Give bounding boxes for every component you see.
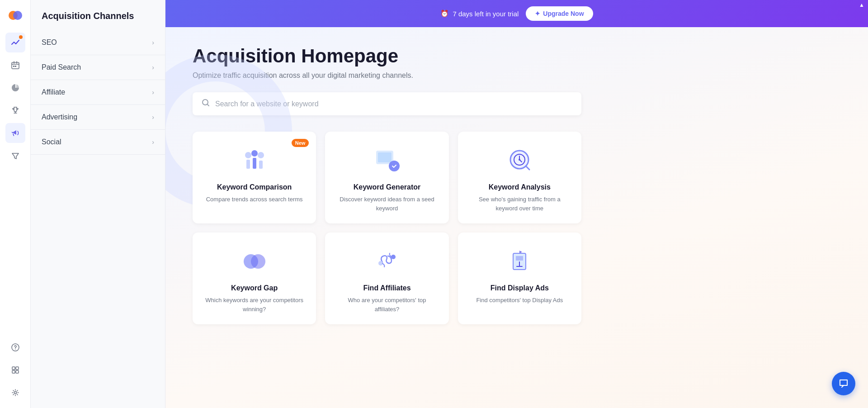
find-affiliates-title: Find Affiliates xyxy=(363,284,410,292)
calendar-nav-icon[interactable] xyxy=(5,55,25,75)
analytics-nav-icon[interactable] xyxy=(5,33,25,52)
svg-point-14 xyxy=(251,150,258,157)
keyword-gap-icon xyxy=(238,245,271,278)
sidebar-item-affiliate-label: Affiliate xyxy=(42,88,65,96)
page-title: Acquisition Homepage xyxy=(193,45,841,67)
seo-chevron-icon: › xyxy=(152,39,154,46)
svg-point-24 xyxy=(519,159,520,161)
page-body: Acquisition Homepage Optimize traffic ac… xyxy=(165,27,868,408)
keyword-generator-title: Keyword Generator xyxy=(354,183,420,191)
chat-button[interactable] xyxy=(832,372,855,395)
svg-point-6 xyxy=(15,349,16,350)
sidebar-item-advertising[interactable]: Advertising › xyxy=(31,105,165,130)
search-input[interactable] xyxy=(215,100,572,108)
keyword-gap-title: Keyword Gap xyxy=(231,284,278,292)
sidebar-item-seo[interactable]: SEO › xyxy=(31,30,165,55)
pie-chart-nav-icon[interactable] xyxy=(5,78,25,98)
svg-rect-20 xyxy=(378,152,392,162)
clock-icon: ⏰ xyxy=(440,9,449,18)
trophy-nav-icon[interactable] xyxy=(5,100,25,120)
upgrade-sparkle-icon: ✦ xyxy=(535,10,540,17)
svg-point-1 xyxy=(13,11,22,20)
svg-rect-3 xyxy=(13,66,14,67)
paid-search-chevron-icon: › xyxy=(152,64,154,71)
find-affiliates-card[interactable]: Find Affiliates Who are your competitors… xyxy=(325,232,448,324)
trial-text: ⏰ 7 days left in your trial xyxy=(440,9,519,18)
find-affiliates-icon xyxy=(371,245,403,278)
funnel-nav-icon[interactable] xyxy=(5,146,25,166)
keyword-analysis-card[interactable]: Keyword Analysis See who's gaining traff… xyxy=(458,132,581,223)
sidebar-item-paid-search[interactable]: Paid Search › xyxy=(31,55,165,80)
help-nav-icon[interactable] xyxy=(5,337,25,357)
search-icon xyxy=(202,99,210,109)
nav-sidebar: Acquisition Channels SEO › Paid Search ›… xyxy=(31,0,165,408)
icon-sidebar xyxy=(0,0,31,408)
search-bar xyxy=(193,92,581,115)
social-chevron-icon: › xyxy=(152,138,154,146)
svg-point-13 xyxy=(245,152,251,158)
svg-rect-4 xyxy=(15,66,16,67)
svg-rect-9 xyxy=(12,370,15,373)
find-display-ads-icon xyxy=(503,245,536,278)
svg-rect-10 xyxy=(16,370,19,373)
svg-rect-30 xyxy=(516,256,523,261)
new-badge: New xyxy=(292,139,309,147)
sidebar-item-affiliate[interactable]: Affiliate › xyxy=(31,80,165,105)
cards-grid: New Keyword Comparison Compare trends ac… xyxy=(193,132,581,324)
keyword-comparison-desc: Compare trends across search terms xyxy=(206,195,303,204)
advertising-chevron-icon: › xyxy=(152,114,154,121)
upgrade-now-button[interactable]: ✦ Upgrade Now xyxy=(526,6,593,21)
megaphone-nav-icon[interactable] xyxy=(5,123,25,143)
keyword-analysis-icon xyxy=(503,144,536,177)
keyword-analysis-desc: See who's gaining traffic from a keyword… xyxy=(469,195,571,213)
keyword-gap-desc: Which keywords are your competitors winn… xyxy=(203,296,305,313)
find-display-ads-card[interactable]: Find Display Ads Find competitors' top D… xyxy=(458,232,581,324)
svg-point-15 xyxy=(258,152,264,158)
analytics-badge xyxy=(19,35,23,39)
svg-rect-18 xyxy=(259,161,263,169)
svg-point-11 xyxy=(14,392,16,394)
svg-rect-16 xyxy=(246,160,250,169)
main-content: ⏰ 7 days left in your trial ✦ Upgrade No… xyxy=(165,0,868,408)
keyword-comparison-card[interactable]: New Keyword Comparison Compare trends ac… xyxy=(193,132,316,223)
svg-point-12 xyxy=(203,100,208,105)
trial-banner: ⏰ 7 days left in your trial ✦ Upgrade No… xyxy=(165,0,868,27)
grid-nav-icon[interactable] xyxy=(5,360,25,380)
find-affiliates-desc: Who are your competitors' top affiliates… xyxy=(336,296,438,313)
affiliate-chevron-icon: › xyxy=(152,89,154,96)
keyword-generator-card[interactable]: Keyword Generator Discover keyword ideas… xyxy=(325,132,448,223)
find-display-ads-desc: Find competitors' top Display Ads xyxy=(476,296,563,305)
app-logo[interactable] xyxy=(5,5,25,25)
svg-rect-7 xyxy=(12,367,15,370)
keyword-generator-icon xyxy=(371,144,403,177)
keyword-gap-card[interactable]: Keyword Gap Which keywords are your comp… xyxy=(193,232,316,324)
find-display-ads-title: Find Display Ads xyxy=(491,284,549,292)
keyword-comparison-title: Keyword Comparison xyxy=(217,183,292,191)
scrollbar-up-arrow[interactable]: ▲ xyxy=(859,2,864,8)
keyword-comparison-icon xyxy=(238,144,271,177)
svg-point-21 xyxy=(389,161,400,171)
sidebar-item-social[interactable]: Social › xyxy=(31,130,165,155)
sidebar-title: Acquisition Channels xyxy=(31,0,165,30)
settings-nav-icon[interactable] xyxy=(5,383,25,403)
sidebar-item-social-label: Social xyxy=(42,138,61,146)
sidebar-item-advertising-label: Advertising xyxy=(42,113,77,121)
keyword-generator-desc: Discover keyword ideas from a seed keywo… xyxy=(336,195,438,213)
sidebar-item-paid-search-label: Paid Search xyxy=(42,63,81,71)
page-subtitle: Optimize traffic acquisition across all … xyxy=(193,71,841,80)
keyword-analysis-title: Keyword Analysis xyxy=(489,183,551,191)
svg-rect-8 xyxy=(16,367,19,370)
sidebar-item-seo-label: SEO xyxy=(42,38,57,47)
svg-point-26 xyxy=(251,254,265,269)
svg-rect-17 xyxy=(253,158,256,169)
